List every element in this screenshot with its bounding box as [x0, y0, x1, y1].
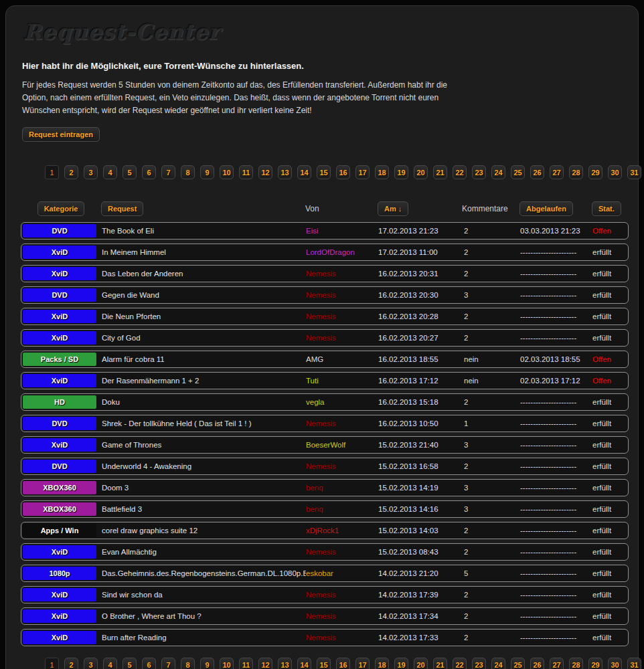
page-number-button[interactable]: 20: [414, 165, 428, 179]
category-badge[interactable]: HD: [23, 395, 96, 409]
page-number-button[interactable]: 1: [45, 165, 59, 179]
request-user[interactable]: Nemesis: [306, 634, 378, 642]
page-number-button[interactable]: 27: [550, 165, 564, 179]
page-number-button[interactable]: 27: [550, 658, 564, 669]
page-number-button[interactable]: 4: [103, 658, 117, 669]
request-user[interactable]: AMG: [306, 355, 378, 363]
category-badge[interactable]: DVD: [23, 460, 96, 473]
request-user[interactable]: Nemesis: [306, 419, 378, 427]
request-title[interactable]: Der Rasenmähermann 1 + 2: [102, 377, 306, 385]
request-user[interactable]: benq: [306, 505, 378, 513]
page-number-button[interactable]: 13: [278, 658, 292, 669]
page-number-button[interactable]: 23: [472, 658, 486, 669]
page-number-button[interactable]: 7: [161, 658, 175, 669]
page-number-button[interactable]: 29: [588, 658, 602, 669]
page-number-button[interactable]: 23: [472, 165, 486, 179]
request-user[interactable]: BoeserWolf: [306, 441, 378, 449]
page-number-button[interactable]: 6: [142, 165, 156, 179]
page-number-button[interactable]: 20: [414, 658, 428, 669]
category-badge[interactable]: XviD: [23, 438, 96, 452]
page-number-button[interactable]: 31: [627, 658, 641, 669]
category-badge[interactable]: XviD: [23, 631, 96, 644]
request-user[interactable]: LordOfDragon: [306, 248, 378, 256]
sort-stat-button[interactable]: Stat.: [592, 201, 621, 216]
page-number-button[interactable]: 5: [123, 658, 137, 669]
page-number-button[interactable]: 17: [355, 658, 370, 669]
page-number-button[interactable]: 30: [608, 165, 622, 179]
page-number-button[interactable]: 11: [239, 165, 253, 179]
page-number-button[interactable]: 10: [220, 658, 234, 669]
request-eintragen-button[interactable]: Request eintragen: [22, 127, 100, 142]
category-badge[interactable]: XviD: [23, 267, 96, 280]
request-user[interactable]: Eisi: [306, 227, 378, 235]
category-badge[interactable]: DVD: [23, 288, 96, 302]
category-badge[interactable]: XviD: [23, 246, 96, 259]
request-user[interactable]: Nemesis: [306, 312, 378, 320]
request-user[interactable]: eskobar: [306, 569, 378, 577]
page-number-button[interactable]: 28: [569, 165, 583, 179]
page-number-button[interactable]: 31: [627, 165, 641, 179]
sort-request-button[interactable]: Request: [101, 201, 143, 216]
request-user[interactable]: Nemesis: [306, 291, 378, 299]
request-title[interactable]: Das.Geheimnis.des.Regenbogensteins.Germa…: [102, 569, 306, 577]
page-number-button[interactable]: 8: [181, 658, 195, 669]
page-number-button[interactable]: 21: [433, 658, 447, 669]
page-number-button[interactable]: 28: [569, 658, 583, 669]
request-title[interactable]: Gegen die Wand: [102, 291, 306, 299]
page-number-button[interactable]: 18: [375, 165, 389, 179]
page-number-button[interactable]: 16: [336, 165, 350, 179]
category-badge[interactable]: XBOX360: [23, 502, 96, 516]
request-title[interactable]: corel draw graphics suite 12: [102, 527, 306, 535]
sort-am-button[interactable]: Am ↓: [378, 201, 408, 216]
request-title[interactable]: In Meinem Himmel: [102, 248, 306, 256]
request-title[interactable]: Alarm für cobra 11: [102, 355, 306, 363]
request-title[interactable]: Doku: [102, 398, 306, 406]
category-badge[interactable]: XBOX360: [23, 481, 96, 494]
request-title[interactable]: Shrek - Der tollkühne Held ( Das ist Tei…: [102, 419, 306, 427]
page-number-button[interactable]: 17: [355, 165, 370, 179]
category-badge[interactable]: DVD: [23, 224, 96, 237]
page-number-button[interactable]: 14: [297, 658, 311, 669]
request-title[interactable]: Underworld 4 - Awakening: [102, 462, 306, 470]
category-badge[interactable]: XviD: [23, 331, 96, 345]
request-title[interactable]: Evan Allmächtig: [102, 548, 306, 556]
page-number-button[interactable]: 12: [258, 658, 272, 669]
request-user[interactable]: Nemesis: [306, 548, 378, 556]
page-number-button[interactable]: 7: [161, 165, 175, 179]
request-user[interactable]: vegla: [306, 398, 378, 406]
request-user[interactable]: Nemesis: [306, 591, 378, 599]
request-title[interactable]: Die Neun Pforten: [102, 312, 306, 320]
page-number-button[interactable]: 22: [453, 658, 467, 669]
page-number-button[interactable]: 22: [453, 165, 467, 179]
request-user[interactable]: benq: [306, 484, 378, 492]
page-number-button[interactable]: 26: [530, 658, 544, 669]
page-number-button[interactable]: 14: [297, 165, 311, 179]
page-number-button[interactable]: 29: [588, 165, 602, 179]
page-number-button[interactable]: 4: [103, 165, 117, 179]
category-badge[interactable]: XviD: [23, 545, 96, 559]
category-badge[interactable]: DVD: [23, 417, 96, 430]
request-user[interactable]: Tuti: [306, 377, 378, 385]
request-user[interactable]: Nemesis: [306, 270, 378, 278]
category-badge[interactable]: Apps / Win: [23, 524, 96, 537]
request-title[interactable]: Game of Thrones: [102, 441, 306, 449]
request-title[interactable]: Battlefield 3: [102, 505, 306, 513]
page-number-button[interactable]: 15: [317, 658, 331, 669]
request-title[interactable]: The Book of Eli: [102, 227, 306, 235]
request-user[interactable]: Nemesis: [306, 334, 378, 342]
page-number-button[interactable]: 21: [433, 165, 447, 179]
page-number-button[interactable]: 8: [181, 165, 195, 179]
request-title[interactable]: City of God: [102, 334, 306, 342]
request-title[interactable]: Sind wir schon da: [102, 591, 306, 599]
page-number-button[interactable]: 24: [491, 165, 505, 179]
request-title[interactable]: Doom 3: [102, 484, 306, 492]
category-badge[interactable]: 1080p: [23, 567, 96, 580]
category-badge[interactable]: XviD: [23, 588, 96, 601]
page-number-button[interactable]: 18: [375, 658, 389, 669]
category-badge[interactable]: Packs / SD: [23, 353, 96, 366]
page-number-button[interactable]: 5: [123, 165, 137, 179]
request-title[interactable]: Das Leben der Anderen: [102, 270, 306, 278]
request-title[interactable]: Burn after Reading: [102, 634, 306, 642]
page-number-button[interactable]: 2: [64, 165, 78, 179]
page-number-button[interactable]: 10: [220, 165, 234, 179]
